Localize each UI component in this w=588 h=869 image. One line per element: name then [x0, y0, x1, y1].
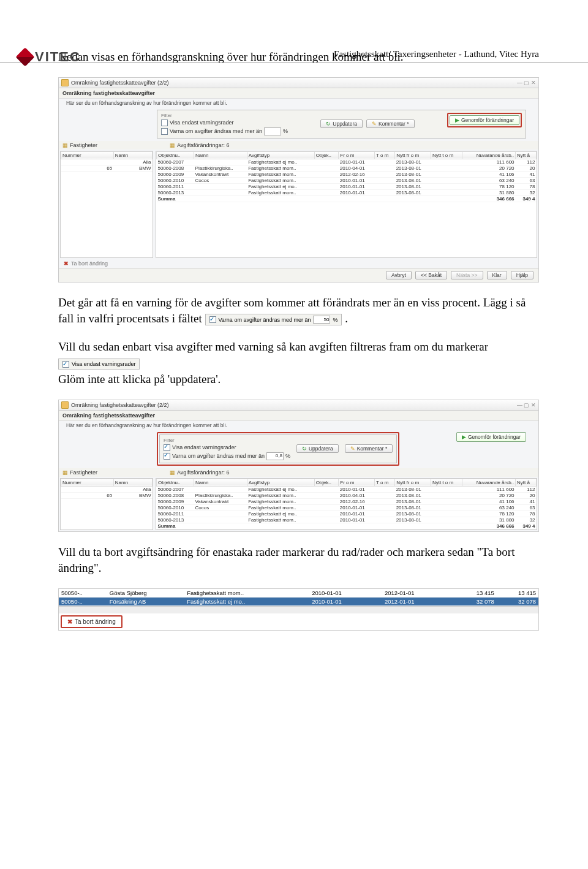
header-title: Fastighetsskatt/ Taxeringsenheter - Lath… — [334, 49, 539, 59]
app-icon — [61, 79, 69, 86]
genomfor-button[interactable]: ▶Genomför förändringar — [450, 115, 519, 125]
filter-box: Filter Visa endast varningsrader Varna o… — [157, 110, 526, 139]
nasta-button: Nästa >> — [451, 271, 483, 279]
filter-highlighted: Filter Visa endast varningsrader Varna o… — [157, 432, 399, 466]
checkbox-varna[interactable] — [161, 128, 168, 135]
x-icon: ✖ — [67, 618, 72, 625]
logo-text: VITEC — [35, 49, 81, 65]
fastigheter-table[interactable]: NummerNamn Alla65BMW — [61, 151, 153, 172]
header-divider — [0, 63, 588, 63]
section-title: Omräkning fastighetsskatteavgifter — [59, 88, 538, 99]
checkbox-visa-endast-2[interactable] — [164, 444, 170, 451]
paragraph-4: Vill du ta bort avgiftsändring för enast… — [58, 544, 539, 577]
fastigheter-table-2[interactable]: NummerNamn Alla65BMW — [61, 479, 153, 499]
grid-bar: ▦Fastigheter ▦Avgiftsförändringar: 6 — [59, 141, 538, 150]
inline-varna-widget: Varna om avgifter ändras med mer än 50 % — [205, 314, 342, 325]
screenshot-3: 50050-..Gösta SjöbergFastighetsskatt mom… — [58, 588, 539, 631]
checkbox-visa-endast[interactable] — [161, 120, 168, 126]
kommentar-button-2[interactable]: ✎Kommentar * — [345, 444, 393, 453]
x-icon: ✖ — [64, 260, 69, 267]
inline-checkbox-2 — [62, 361, 69, 368]
genomfor-button-2[interactable]: ▶Genomför förändringar — [456, 432, 526, 442]
wizard-footer: Avbryt << Bakåt Nästa >> Klar Hjälp — [59, 268, 538, 282]
klar-button[interactable]: Klar — [487, 271, 507, 279]
uppdatera-button-2[interactable]: ↻Uppdatera — [296, 444, 339, 453]
logo-icon — [15, 47, 34, 66]
bakat-button[interactable]: << Bakåt — [415, 271, 447, 279]
varna-input[interactable] — [264, 127, 281, 135]
paragraph-3: Vill du sedan enbart visa avgifter med v… — [58, 339, 539, 388]
window-titlebar: Omräkning fastighetsskatteavgifter (2/2)… — [59, 78, 538, 88]
selection-table[interactable]: 50050-..Gösta SjöbergFastighetsskatt mom… — [59, 589, 538, 606]
tabort-highlight: ✖Ta bort ändring — [61, 615, 123, 628]
inline-checkbox — [209, 316, 216, 323]
logo: VITEC — [18, 49, 81, 65]
inline-visa-endast-widget: Visa endast varningsrader — [58, 359, 140, 370]
varna-input-2[interactable]: 0,8 — [266, 452, 284, 460]
avbryt-button[interactable]: Avbryt — [386, 271, 412, 279]
paragraph-2: Det går att få en varning för de avgifte… — [58, 295, 539, 327]
avgifter-table[interactable]: Objektnu..NamnAvgiftstypObjek..Fr o mT o… — [156, 151, 537, 202]
window-title: Omräkning fastighetsskatteavgifter (2/2) — [71, 80, 169, 86]
screenshot-1: Omräkning fastighetsskatteavgifter (2/2)… — [58, 77, 539, 283]
hjalp-button[interactable]: Hjälp — [511, 271, 533, 279]
kommentar-button[interactable]: ✎Kommentar * — [366, 120, 415, 128]
ta-bort-button-3[interactable]: ✖Ta bort ändring — [62, 617, 121, 626]
section-desc: Här ser du en förhandsgranskning av hur … — [59, 99, 538, 107]
ta-bort-button-disabled: ✖Ta bort ändring — [59, 259, 113, 268]
window-titlebar-2: Omräkning fastighetsskatteavgifter (2/2)… — [59, 400, 538, 411]
genomfor-highlight: ▶Genomför förändringar — [447, 113, 522, 127]
screenshot-2: Omräkning fastighetsskatteavgifter (2/2)… — [58, 400, 539, 532]
app-icon — [61, 401, 69, 409]
uppdatera-button[interactable]: ↻Uppdatera — [320, 120, 363, 128]
checkbox-varna-2[interactable] — [164, 453, 170, 460]
avgifter-table-2[interactable]: Objektnu..NamnAvgiftstypObjek..Fr o mT o… — [156, 479, 537, 529]
